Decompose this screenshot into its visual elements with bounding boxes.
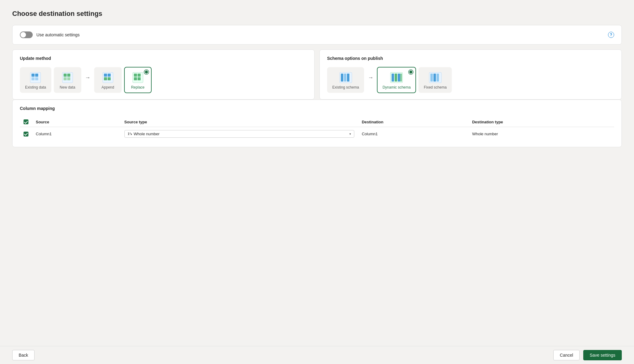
existing-data-label: Existing data <box>25 85 46 89</box>
svg-rect-28 <box>400 74 402 82</box>
source-type-label: Whole number <box>134 132 160 136</box>
svg-rect-13 <box>104 77 107 80</box>
mapping-table-header-row: Source Source type Destination Destinati… <box>20 117 614 127</box>
svg-rect-7 <box>67 74 70 77</box>
auto-settings-row: Use automatic settings ? <box>20 31 614 38</box>
table-row: Column1 1²₃ Whole number ▾ Column1 Whole… <box>20 127 614 141</box>
schema-options-card: Schema options on publish Existing schem… <box>319 49 622 100</box>
schema-options-options: Existing schema → Dynamic schema <box>327 67 614 93</box>
svg-rect-25 <box>392 74 394 82</box>
svg-rect-21 <box>341 74 343 82</box>
chevron-down-icon: ▾ <box>349 132 351 136</box>
save-settings-button[interactable]: Save settings <box>583 350 622 360</box>
option-dynamic-schema[interactable]: Dynamic schema <box>377 67 416 93</box>
option-new-data[interactable]: New data <box>54 67 81 93</box>
svg-rect-3 <box>31 77 35 80</box>
dynamic-schema-radio-dot <box>409 70 413 74</box>
svg-rect-18 <box>134 77 137 80</box>
column-mapping-title: Column mapping <box>20 106 614 111</box>
col-header-destination-type: Destination type <box>468 117 614 127</box>
column-mapping-section: Column mapping Source Source type Destin… <box>12 100 622 147</box>
page-title: Choose destination settings <box>12 10 622 18</box>
new-data-icon <box>62 72 73 83</box>
svg-rect-1 <box>31 74 35 77</box>
svg-rect-30 <box>430 74 433 82</box>
option-fixed-schema[interactable]: Fixed schema <box>418 67 452 93</box>
dynamic-schema-icon <box>390 72 403 83</box>
svg-rect-2 <box>35 74 38 77</box>
update-method-options: Existing data New data → <box>20 67 307 93</box>
svg-rect-11 <box>104 74 107 77</box>
svg-rect-4 <box>35 77 38 80</box>
col-header-source-type: Source type <box>121 117 358 127</box>
fixed-schema-label: Fixed schema <box>424 85 447 89</box>
svg-rect-17 <box>138 74 141 77</box>
option-replace[interactable]: Replace <box>124 67 152 93</box>
col-header-checkbox <box>20 117 32 127</box>
two-col-section: Update method Existing data <box>12 49 622 100</box>
svg-rect-31 <box>433 74 436 82</box>
svg-rect-27 <box>398 74 400 82</box>
replace-label: Replace <box>131 85 145 89</box>
source-type-left: 1²₃ Whole number <box>128 132 160 136</box>
svg-rect-22 <box>344 74 346 82</box>
existing-schema-label: Existing schema <box>332 85 359 89</box>
auto-settings-toggle[interactable] <box>20 31 33 38</box>
replace-icon <box>132 72 144 83</box>
replace-radio-dot <box>144 70 149 74</box>
mapping-table: Source Source type Destination Destinati… <box>20 117 614 141</box>
col-header-source: Source <box>32 117 121 127</box>
dynamic-schema-label: Dynamic schema <box>382 85 411 89</box>
svg-rect-26 <box>395 74 397 82</box>
svg-rect-19 <box>138 77 141 80</box>
schema-arrow-icon: → <box>368 75 373 81</box>
auto-settings-card: Use automatic settings ? <box>12 25 622 45</box>
svg-rect-6 <box>64 74 67 77</box>
auto-settings-left: Use automatic settings <box>20 31 80 38</box>
append-label: Append <box>101 85 114 89</box>
svg-rect-14 <box>108 77 111 80</box>
svg-rect-32 <box>437 74 439 82</box>
row-checkbox[interactable] <box>24 132 28 136</box>
arrow-icon: → <box>85 75 90 81</box>
destination-cell: Column1 <box>358 127 468 141</box>
existing-schema-icon <box>339 72 352 83</box>
update-method-title: Update method <box>20 56 307 61</box>
svg-rect-23 <box>347 74 349 82</box>
update-method-card: Update method Existing data <box>12 49 315 100</box>
fixed-schema-icon <box>429 72 442 83</box>
auto-settings-label: Use automatic settings <box>36 32 80 37</box>
number-icon: 1²₃ <box>128 132 132 136</box>
existing-data-icon <box>30 72 41 83</box>
svg-rect-16 <box>134 74 137 77</box>
row-checkbox-cell <box>20 127 32 141</box>
option-append[interactable]: Append <box>94 67 122 93</box>
svg-rect-9 <box>67 77 70 80</box>
col-header-destination: Destination <box>358 117 468 127</box>
new-data-label: New data <box>60 85 75 89</box>
source-cell: Column1 <box>32 127 121 141</box>
svg-rect-8 <box>64 77 67 80</box>
back-button[interactable]: Back <box>12 350 35 360</box>
btn-right: Cancel Save settings <box>553 350 622 360</box>
option-existing-schema[interactable]: Existing schema <box>327 67 364 93</box>
cancel-button[interactable]: Cancel <box>553 350 580 360</box>
schema-options-title: Schema options on publish <box>327 56 614 61</box>
bottom-bar: Back Cancel Save settings <box>0 346 634 364</box>
svg-rect-12 <box>108 74 111 77</box>
option-existing-data[interactable]: Existing data <box>20 67 51 93</box>
append-icon <box>102 72 114 83</box>
header-checkbox[interactable] <box>24 119 28 124</box>
toggle-thumb <box>20 32 26 38</box>
source-type-cell: 1²₃ Whole number ▾ <box>121 127 358 141</box>
destination-type-cell: Whole number <box>468 127 614 141</box>
help-icon[interactable]: ? <box>608 32 614 38</box>
source-type-select[interactable]: 1²₃ Whole number ▾ <box>124 130 355 138</box>
